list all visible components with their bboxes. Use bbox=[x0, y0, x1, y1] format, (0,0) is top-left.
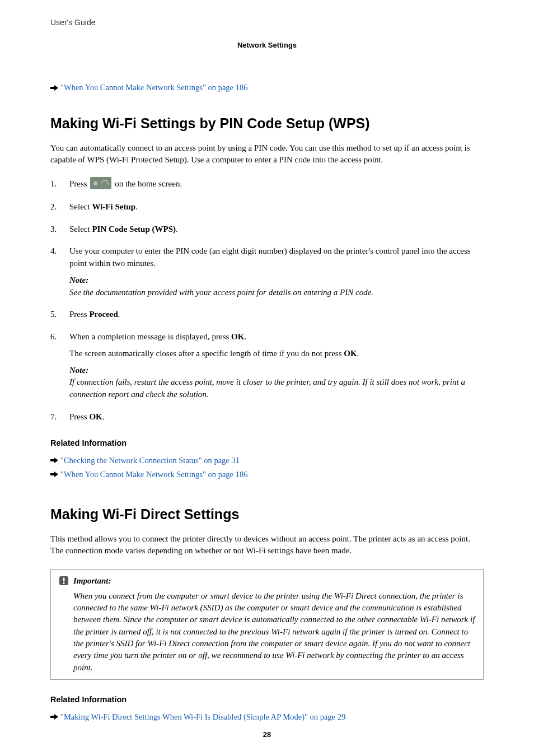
step5-strong: Proceed bbox=[89, 310, 118, 319]
note1-text: See the documentation provided with your… bbox=[69, 287, 484, 299]
step2-text-a: Select bbox=[69, 202, 92, 211]
related-link-1-1[interactable]: "Checking the Network Connection Status"… bbox=[60, 455, 240, 466]
step-6: When a completion message is displayed, … bbox=[50, 331, 484, 401]
step-5: Press Proceed. bbox=[50, 309, 484, 321]
note2-text: If connection fails, restart the access … bbox=[69, 376, 484, 401]
step-4: Use your computer to enter the PIN code … bbox=[50, 245, 484, 298]
related-link-2-1[interactable]: "Making Wi-Fi Direct Settings When Wi-Fi… bbox=[60, 711, 345, 723]
step6-sub-strong: OK bbox=[344, 349, 357, 358]
header-left: User's Guide bbox=[50, 17, 484, 28]
step7-strong: OK bbox=[89, 412, 102, 421]
related-link-row: "Checking the Network Connection Status"… bbox=[50, 455, 484, 466]
note2-label: Note: bbox=[69, 365, 484, 377]
svg-point-2 bbox=[63, 582, 64, 584]
step3-text-a: Select bbox=[69, 225, 92, 234]
step2-strong: Wi-Fi Setup bbox=[92, 202, 135, 211]
svg-rect-1 bbox=[63, 578, 65, 582]
important-icon bbox=[59, 576, 69, 586]
step6-sub-b: . bbox=[357, 349, 359, 358]
arrow-right-icon bbox=[50, 471, 58, 478]
related-link-1-2[interactable]: "When You Cannot Make Network Settings" … bbox=[60, 469, 247, 480]
arrow-right-icon bbox=[50, 457, 58, 464]
important-label: Important: bbox=[73, 575, 111, 587]
step-1: Press on the home screen. bbox=[50, 178, 484, 191]
related-info-heading-2: Related Information bbox=[50, 694, 484, 706]
related-link-row: "Making Wi-Fi Direct Settings When Wi-Fi… bbox=[50, 711, 484, 723]
network-icon bbox=[90, 177, 111, 189]
header-breadcrumb: Network Settings bbox=[50, 40, 484, 51]
step5-text-b: . bbox=[118, 310, 120, 319]
step4-text: Use your computer to enter the PIN code … bbox=[69, 246, 471, 268]
step6-sub: The screen automatically closes after a … bbox=[69, 348, 484, 360]
step6-sub-a: The screen automatically closes after a … bbox=[69, 349, 344, 358]
arrow-right-icon bbox=[50, 713, 58, 720]
page-number: 28 bbox=[0, 730, 534, 740]
note1-label: Note: bbox=[69, 274, 484, 287]
section-heading-wps: Making Wi-Fi Settings by PIN Code Setup … bbox=[50, 113, 484, 133]
important-callout: Important: When you connect from the com… bbox=[50, 569, 484, 680]
arrow-right-icon bbox=[50, 85, 58, 91]
note-1: Note: See the documentation provided wit… bbox=[69, 274, 484, 299]
procedure-list-1: Press on the home screen. Select Wi-Fi S… bbox=[50, 178, 484, 423]
related-info-heading-1: Related Information bbox=[50, 437, 484, 449]
step-3: Select PIN Code Setup (WPS). bbox=[50, 223, 484, 236]
step1-text-b: on the home screen. bbox=[113, 179, 182, 188]
step-2: Select Wi-Fi Setup. bbox=[50, 201, 484, 213]
step6-text-a: When a completion message is displayed, … bbox=[69, 332, 231, 341]
step6-strong: OK bbox=[231, 332, 244, 341]
step7-text-b: . bbox=[102, 412, 105, 421]
section2-intro: This method allows you to connect the pr… bbox=[50, 533, 484, 557]
step5-text-a: Press bbox=[69, 310, 89, 319]
section-heading-direct: Making Wi-Fi Direct Settings bbox=[50, 504, 484, 524]
top-cross-reference: "When You Cannot Make Network Settings" … bbox=[50, 82, 484, 94]
step1-text-a: Press bbox=[69, 179, 89, 188]
step2-text-b: . bbox=[135, 202, 138, 211]
step-7: Press OK. bbox=[50, 411, 484, 423]
step6-text-b: . bbox=[244, 332, 246, 341]
section1-intro: You can automatically connect to an acce… bbox=[50, 142, 484, 166]
related-link-row: "When You Cannot Make Network Settings" … bbox=[50, 469, 484, 480]
cross-reference-link[interactable]: "When You Cannot Make Network Settings" … bbox=[60, 82, 247, 94]
step3-strong: PIN Code Setup (WPS) bbox=[92, 225, 176, 234]
important-body: When you connect from the computer or sm… bbox=[59, 590, 475, 674]
note-2: Note: If connection fails, restart the a… bbox=[69, 365, 484, 401]
step7-text-a: Press bbox=[69, 412, 89, 421]
step3-text-b: . bbox=[176, 225, 178, 234]
